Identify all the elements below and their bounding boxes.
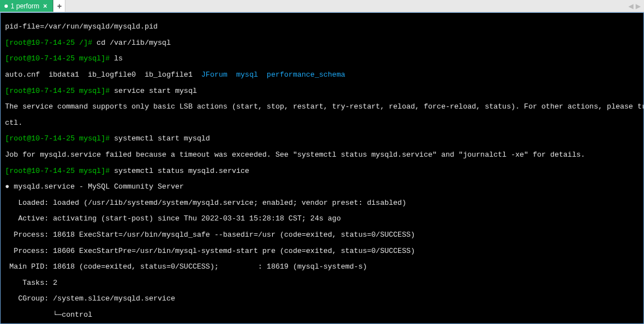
output-line: Process: 18606 ExecStartPre=/usr/bin/mys… xyxy=(5,247,415,255)
tab-close-icon[interactable]: × xyxy=(42,2,48,10)
command: systemctl status mysqld.service xyxy=(114,167,249,175)
tab-status-dot-icon xyxy=(4,4,8,8)
prompt: [root@10-7-14-25 mysql]# xyxy=(5,167,114,175)
prompt: [root@10-7-14-25 mysql]# xyxy=(5,54,114,63)
nav-prev-icon[interactable]: ◀ xyxy=(628,2,633,10)
nav-next-icon[interactable]: ▶ xyxy=(636,2,641,10)
output-line: Active: activating (start-post) since Th… xyxy=(5,214,341,223)
ls-output: auto.cnf ibdata1 ib_logfile0 ib_logfile1 xyxy=(5,71,201,79)
prompt: [root@10-7-14-25 /]# xyxy=(5,39,97,47)
tab-spacer xyxy=(65,0,625,12)
command: systemctl start mysqld xyxy=(114,134,210,143)
output-line: Main PID: 18618 (code=exited, status=0/S… xyxy=(5,262,367,271)
ls-dirs: JForum mysql performance_schema xyxy=(201,71,345,79)
command: cd /var/lib/mysql xyxy=(97,39,171,47)
output-line: The service command supports only basic … xyxy=(5,102,644,111)
tab-perform[interactable]: 1 perform × xyxy=(0,0,53,12)
tab-nav: ◀ ▶ xyxy=(625,0,644,12)
output-line: Tasks: 2 xyxy=(5,279,58,287)
tab-bar: 1 perform × + ◀ ▶ xyxy=(0,0,644,12)
command: service start mysql xyxy=(114,87,197,95)
output-line: ● mysqld.service - MySQL Community Serve… xyxy=(5,182,184,191)
output-line: Loaded: loaded (/usr/lib/systemd/system/… xyxy=(5,199,406,207)
output-line: Job for mysqld.service failed because a … xyxy=(5,151,585,159)
prompt: [root@10-7-14-25 mysql]# xyxy=(5,87,114,95)
output-line: pid-file=/var/run/mysqld/mysqld.pid xyxy=(5,22,158,31)
output-line: Process: 18618 ExecStart=/usr/bin/mysqld… xyxy=(5,231,415,239)
output-line: ctl. xyxy=(5,119,22,127)
terminal-output[interactable]: pid-file=/var/run/mysqld/mysqld.pid [roo… xyxy=(0,12,644,324)
tab-label: 1 perform xyxy=(11,2,39,10)
output-line: └─control xyxy=(5,311,92,319)
tab-add-button[interactable]: + xyxy=(53,0,65,12)
command: ls xyxy=(114,54,123,63)
output-line: CGroup: /system.slice/mysqld.service xyxy=(5,294,175,303)
prompt: [root@10-7-14-25 mysql]# xyxy=(5,134,114,143)
